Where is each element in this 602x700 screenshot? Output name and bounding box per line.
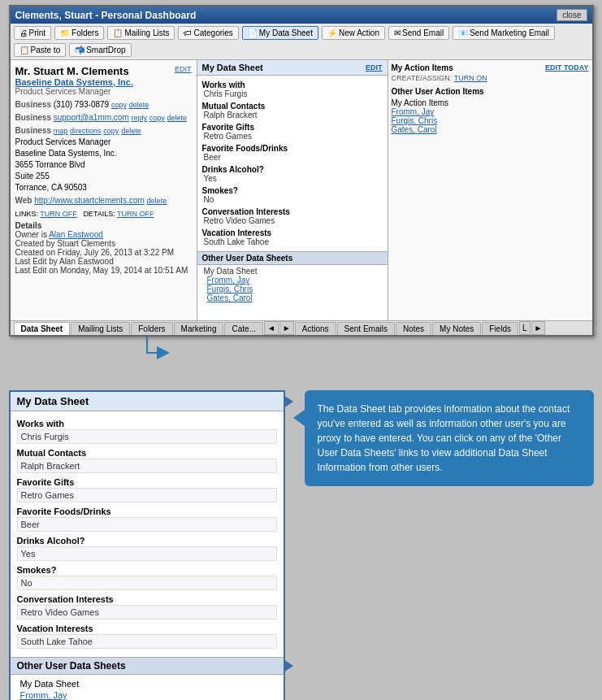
action-fromm-link[interactable]: Fromm, Jay xyxy=(392,107,589,116)
links-turn-off[interactable]: TURN OFF xyxy=(40,210,77,218)
enlarged-fields: Works with Chris Furgis Mutual Contacts … xyxy=(11,411,284,652)
email-row: Business support@a1mm.com reply copy del… xyxy=(15,112,192,124)
right-tabs-next[interactable]: ► xyxy=(531,321,546,335)
email-link[interactable]: support@a1mm.com xyxy=(54,113,129,122)
create-assign-row: CREATE/ASSIGN: TURN ON xyxy=(392,74,589,82)
paste-to-button[interactable]: 📋 Paste to xyxy=(14,43,67,57)
marketing-email-icon: 📧 xyxy=(458,28,468,37)
email-reply-link[interactable]: reply xyxy=(132,114,148,122)
email-delete-link[interactable]: delete xyxy=(167,114,188,122)
contact-job-title: Product Services Manager xyxy=(15,87,192,96)
web-link[interactable]: http://www.stuartclements.com xyxy=(34,196,145,205)
tab-cate[interactable]: Cate... xyxy=(224,322,262,335)
address-row: Business map directions copy delete Prod… xyxy=(15,125,192,193)
action-gates-link[interactable]: Gates, Carol xyxy=(392,125,589,134)
mailing-lists-button[interactable]: 📋 Mailing Lists xyxy=(107,26,175,40)
details-section: Details Owner is Alan Eastwood Created b… xyxy=(15,221,192,275)
contact-panel: Mr. Stuart M. Clements EDIT Baseline Dat… xyxy=(11,60,197,320)
main-window: Clements, Stuart - Personal Dashboard cl… xyxy=(9,5,594,337)
turn-on-link[interactable]: TURN ON xyxy=(454,74,487,82)
phone-copy-link[interactable]: copy xyxy=(111,101,127,109)
enlarged-datasheet-panel: My Data Sheet Works with Chris Furgis Mu… xyxy=(9,390,285,700)
address-company: Baseline Data Systems, Inc. xyxy=(15,148,192,159)
contact-company[interactable]: Baseline Data Systems, Inc. xyxy=(15,77,192,87)
enlarged-datasheet-header: My Data Sheet xyxy=(11,392,284,411)
details-turn-off[interactable]: TURN OFF xyxy=(117,210,154,218)
address-suite: Suite 255 xyxy=(15,171,192,182)
other-sheet-fromm[interactable]: Fromm, Jay xyxy=(202,276,383,285)
created-on: Created on Friday, July 26, 2013 at 3:22… xyxy=(15,248,174,257)
tabs-bar: Data Sheet Mailing Lists Folders Marketi… xyxy=(11,320,592,335)
smartdrop-button[interactable]: 📬 SmartDrop xyxy=(69,43,131,57)
enlarged-other-sheets-list: My Data Sheet Fromm, Jay Furgis, Chris G… xyxy=(11,675,284,700)
created-by: Created by xyxy=(15,239,58,248)
web-row: Web http://www.stuartclements.com delete xyxy=(15,195,192,207)
tab-marketing[interactable]: Marketing xyxy=(174,322,224,335)
address-title: Product Services Manager xyxy=(15,137,192,148)
action-items-header: My Action Items EDIT TODAY xyxy=(392,63,589,72)
tab-mailing-lists[interactable]: Mailing Lists xyxy=(71,322,130,335)
tabs-prev-arrow[interactable]: ◄ xyxy=(264,321,279,335)
callout-bubble: The Data Sheet tab provides information … xyxy=(305,390,594,486)
categories-button[interactable]: 🏷 Categories xyxy=(178,26,238,40)
other-sheet-furgis[interactable]: Furgis, Chris xyxy=(202,285,383,293)
tab-data-sheet[interactable]: Data Sheet xyxy=(14,322,71,335)
datasheet-fields: Works with Chris Furgis Mutual Contacts … xyxy=(197,76,388,248)
folders-button[interactable]: 📁 Folders xyxy=(54,26,104,40)
contact-edit-link[interactable]: EDIT xyxy=(175,65,192,73)
web-delete-link[interactable]: delete xyxy=(147,197,167,205)
enlarged-other-sheets-header: Other User Data Sheets xyxy=(11,657,284,675)
tab-my-notes[interactable]: My Notes xyxy=(432,322,481,335)
bottom-section: My Data Sheet Works with Chris Furgis Mu… xyxy=(9,382,594,700)
new-action-button[interactable]: ⚡ New Action xyxy=(322,26,385,40)
modified-on: Last Edit on Monday, May 19, 2014 at 10:… xyxy=(15,266,188,275)
datasheet-header: My Data Sheet EDIT xyxy=(197,60,388,76)
send-marketing-email-button[interactable]: 📧 Send Marketing Email xyxy=(453,26,555,40)
smartdrop-icon: 📬 xyxy=(75,46,84,54)
links-row: LINKS: TURN OFF DETAILS: TURN OFF xyxy=(15,210,192,218)
modified-by: Last Edit by Alan Eastwood xyxy=(15,257,114,266)
mailing-lists-icon: 📋 xyxy=(113,28,123,37)
categories-icon: 🏷 xyxy=(184,28,192,37)
other-sheet-gates[interactable]: Gates, Carol xyxy=(202,293,383,302)
email-copy-link[interactable]: copy xyxy=(149,114,165,122)
phone-delete-link[interactable]: delete xyxy=(129,101,149,109)
enl-fromm-link[interactable]: Fromm, Jay xyxy=(17,689,277,700)
close-button[interactable]: close xyxy=(557,9,587,21)
address-street: 3655 Torrance Blvd xyxy=(15,159,192,171)
my-data-sheet-button[interactable]: 📄 My Data Sheet xyxy=(242,26,318,40)
tab-sent-emails[interactable]: Sent Emails xyxy=(337,322,395,335)
action-furgis-link[interactable]: Furgis, Chris xyxy=(392,116,589,125)
map-link[interactable]: map xyxy=(54,127,68,135)
owner-label: Owner is xyxy=(15,230,50,239)
data-sheet-icon: 📄 xyxy=(248,28,258,37)
other-sheets-list: My Data Sheet Fromm, Jay Furgis, Chris G… xyxy=(197,265,388,304)
right-tabs-arrow[interactable]: L xyxy=(519,321,531,335)
tab-fields[interactable]: Fields xyxy=(482,322,518,335)
window-titlebar: Clements, Stuart - Personal Dashboard cl… xyxy=(11,7,592,24)
window-title: Clements, Stuart - Personal Dashboard xyxy=(15,10,197,21)
tab-folders[interactable]: Folders xyxy=(131,322,172,335)
datasheet-edit-link[interactable]: EDIT xyxy=(366,63,383,72)
tab-notes[interactable]: Notes xyxy=(396,322,431,335)
directions-link[interactable]: directions xyxy=(70,127,102,135)
connector-arrow xyxy=(115,337,277,369)
datasheet-panel: My Data Sheet EDIT Works with Chris Furg… xyxy=(197,60,388,320)
main-content: Mr. Stuart M. Clements EDIT Baseline Dat… xyxy=(11,60,592,320)
tab-actions[interactable]: Actions xyxy=(295,322,336,335)
address-city: Torrance, CA 90503 xyxy=(15,182,192,193)
action-items-panel: My Action Items EDIT TODAY CREATE/ASSIGN… xyxy=(388,60,592,320)
other-user-action-section: Other User Action Items My Action Items … xyxy=(392,87,589,134)
new-action-icon: ⚡ xyxy=(327,28,337,37)
send-email-icon: ✉ xyxy=(394,28,401,37)
address-delete-link[interactable]: delete xyxy=(121,127,141,135)
print-button[interactable]: 🖨 Print xyxy=(14,26,52,40)
folders-icon: 📁 xyxy=(60,28,70,37)
send-email-button[interactable]: ✉ Send Email xyxy=(388,26,449,40)
edit-today-link[interactable]: EDIT TODAY xyxy=(545,63,589,72)
tabs-next-arrow[interactable]: ► xyxy=(279,321,294,335)
print-icon: 🖨 xyxy=(19,28,28,37)
address-copy-link[interactable]: copy xyxy=(103,127,119,135)
paste-icon: 📋 xyxy=(19,46,29,54)
owner-link[interactable]: Alan Eastwood xyxy=(49,230,103,239)
